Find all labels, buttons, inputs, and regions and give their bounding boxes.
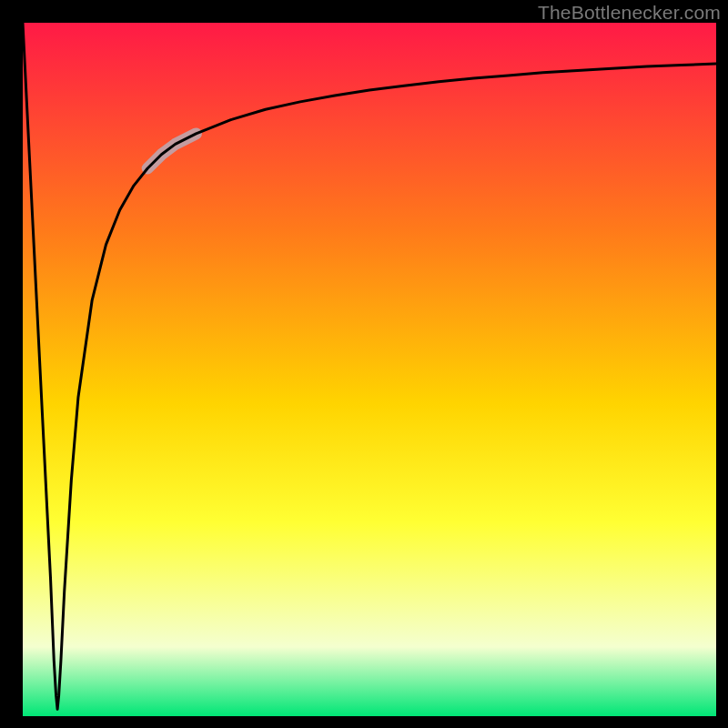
watermark-text: TheBottlenecker.com — [538, 2, 721, 24]
chart-plot-background — [23, 23, 716, 716]
bottleneck-chart — [0, 0, 728, 728]
chart-stage: TheBottlenecker.com — [0, 0, 728, 728]
